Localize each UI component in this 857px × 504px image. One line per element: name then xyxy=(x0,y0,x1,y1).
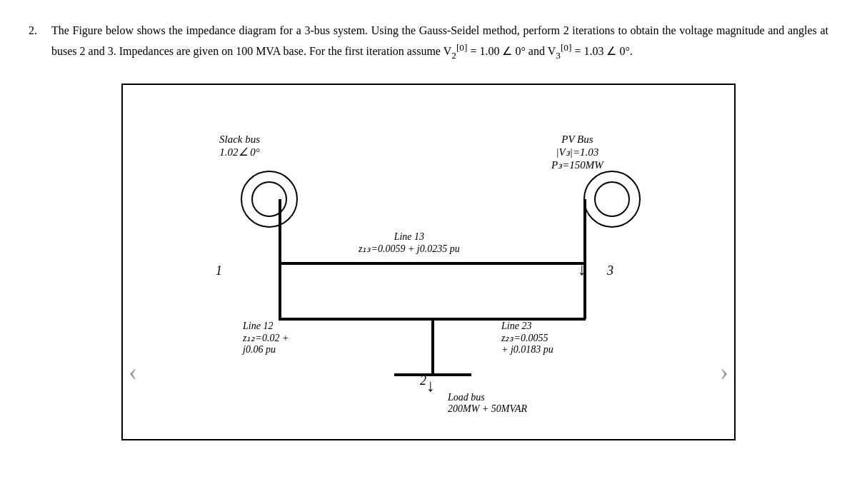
bus1-vertical-connector xyxy=(279,199,281,263)
bus1-number: 1 xyxy=(216,263,222,278)
left-nav-arrow[interactable]: ‹ xyxy=(129,356,137,386)
line13-top-bar xyxy=(279,262,586,265)
v3-sup: [0] xyxy=(561,42,572,53)
bus2-vertical-connector xyxy=(431,318,434,375)
bus3-vertical-connector xyxy=(583,199,586,263)
bus3-arrow: ↓ xyxy=(578,260,586,279)
bus1-type-label: Slack bus 1.02∠ 0° xyxy=(219,133,260,158)
line12-label: Line 12 z₁₂=0.02 + j0.06 pu xyxy=(243,321,289,356)
problem-text: The Figure below shows the impedance dia… xyxy=(51,21,828,62)
problem-container: 2. The Figure below shows the impedance … xyxy=(29,21,828,62)
bus2-arrow: ↓ xyxy=(426,376,435,395)
circuit-diagram: Slack bus 1.02∠ 0° 1 PV Bus |V₃|=1.03 P₃… xyxy=(121,84,736,440)
right-nav-arrow[interactable]: › xyxy=(720,356,728,386)
v2-sup: [0] xyxy=(456,42,468,53)
bus3-number: 3 xyxy=(607,263,613,278)
left-bus-vertical xyxy=(279,262,281,319)
problem-number: 2. xyxy=(29,21,37,62)
bus3-type-label: PV Bus |V₃|=1.03 P₃=150MW xyxy=(551,133,603,171)
bus2-number: 2 xyxy=(420,373,426,388)
line23-label: Line 23 z₂₃=0.0055 + j0.0183 pu xyxy=(501,321,553,356)
emphasis-first: the first iteration xyxy=(328,45,404,57)
line13-label: Line 13 z₁₃=0.0059 + j0.0235 pu xyxy=(359,231,460,255)
v3-sub: 3 xyxy=(556,49,561,60)
bus2-load-label: Load bus 200MW + 50MVAR xyxy=(448,392,527,415)
v2-sub: 2 xyxy=(451,49,456,60)
